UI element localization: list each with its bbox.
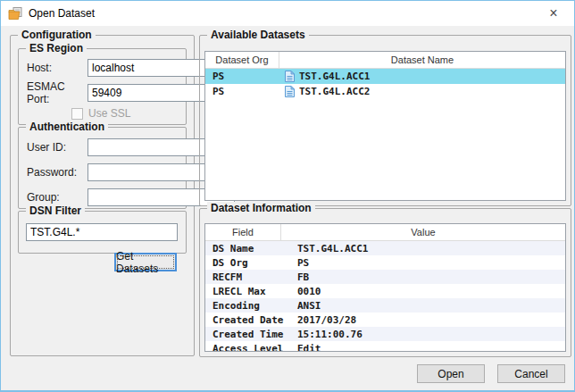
configuration-title: Configuration xyxy=(18,29,96,41)
info-row[interactable]: Created Time 15:11:00.76 xyxy=(205,327,565,341)
field-cell: LRECL Max xyxy=(205,286,281,297)
open-button[interactable]: Open xyxy=(417,364,485,383)
dataset-name-cell: TST.G4L.ACC1 xyxy=(279,71,565,82)
dsn-filter-group: DSN Filter xyxy=(18,211,187,254)
value-cell: ANSI xyxy=(281,300,565,312)
title-bar: Open Dataset × xyxy=(1,1,574,26)
field-cell: DS Org xyxy=(205,257,281,269)
configuration-group: Configuration ES Region Host: ESMAC Port… xyxy=(10,35,195,356)
group-row: Group: xyxy=(27,188,179,206)
dataset-information-group: Dataset Information Field Value DS Name … xyxy=(199,208,571,357)
field-cell: RECFM xyxy=(205,271,281,283)
use-ssl-row: Use SSL xyxy=(27,106,179,121)
available-datasets-group: Available Datasets Dataset Org Dataset N… xyxy=(199,35,571,206)
info-row[interactable]: Access Level Edit xyxy=(205,341,565,352)
datasets-table: Dataset Org Dataset Name PS TST.G4L.AC xyxy=(204,51,566,201)
column-header-field[interactable]: Field xyxy=(205,224,281,240)
user-id-row: User ID: xyxy=(27,138,179,156)
dataset-name-text: TST.G4L.ACC2 xyxy=(299,86,370,97)
file-icon xyxy=(285,71,295,82)
info-table-header: Field Value xyxy=(205,224,565,241)
value-cell: 0010 xyxy=(281,286,565,297)
cancel-button[interactable]: Cancel xyxy=(497,364,565,383)
field-cell: Created Date xyxy=(205,314,281,326)
dataset-row[interactable]: PS TST.G4L.ACC2 xyxy=(205,84,565,99)
value-cell: Edit xyxy=(281,343,565,353)
value-cell: TST.G4L.ACC1 xyxy=(281,243,565,254)
es-region-group: ES Region Host: ESMAC Port: Use SSL xyxy=(18,48,187,125)
field-cell: Created Time xyxy=(205,329,281,340)
get-datasets-button[interactable]: Get Datasets xyxy=(114,253,177,271)
column-header-dataset-org[interactable]: Dataset Org xyxy=(205,52,279,68)
value-cell: FB xyxy=(281,271,565,283)
open-dataset-dialog: Open Dataset × Configuration ES Region H… xyxy=(0,0,575,392)
host-label: Host: xyxy=(27,62,88,74)
dataset-folder-icon xyxy=(8,6,22,21)
port-row: ESMAC Port: xyxy=(27,84,179,102)
group-label: Group: xyxy=(27,191,88,204)
window-title: Open Dataset xyxy=(29,7,95,20)
value-cell: PS xyxy=(281,257,565,269)
authentication-group: Authentication User ID: Password: Group: xyxy=(18,127,187,209)
use-ssl-checkbox[interactable] xyxy=(71,108,83,120)
host-row: Host: xyxy=(27,59,179,77)
column-header-value[interactable]: Value xyxy=(281,224,565,240)
user-id-label: User ID: xyxy=(27,141,88,154)
dataset-org-cell: PS xyxy=(205,71,279,82)
password-row: Password: xyxy=(27,163,179,181)
dataset-name-text: TST.G4L.ACC1 xyxy=(299,71,370,82)
datasets-table-header: Dataset Org Dataset Name xyxy=(205,52,565,69)
info-row[interactable]: RECFM FB xyxy=(205,270,565,284)
info-row[interactable]: Created Date 2017/03/28 xyxy=(205,313,565,327)
use-ssl-label: Use SSL xyxy=(88,107,130,120)
available-datasets-title: Available Datasets xyxy=(207,29,309,41)
dsn-filter-title: DSN Filter xyxy=(26,204,85,217)
field-cell: Access Level xyxy=(205,343,281,353)
column-header-dataset-name[interactable]: Dataset Name xyxy=(279,52,565,68)
dataset-info-table: Field Value DS Name TST.G4L.ACC1 DS Org … xyxy=(204,223,566,352)
value-cell: 2017/03/28 xyxy=(281,314,565,326)
info-row[interactable]: LRECL Max 0010 xyxy=(205,284,565,298)
password-label: Password: xyxy=(27,166,88,179)
dataset-row[interactable]: PS TST.G4L.ACC1 xyxy=(205,69,565,84)
info-row[interactable]: DS Name TST.G4L.ACC1 xyxy=(205,241,565,255)
file-icon xyxy=(285,86,295,97)
dataset-name-cell: TST.G4L.ACC2 xyxy=(279,86,565,97)
authentication-title: Authentication xyxy=(26,121,108,133)
dialog-body: Configuration ES Region Host: ESMAC Port… xyxy=(1,26,574,390)
value-cell: 15:11:00.76 xyxy=(281,329,565,340)
close-icon[interactable]: × xyxy=(533,1,574,26)
field-cell: Encoding xyxy=(205,300,281,312)
info-row[interactable]: Encoding ANSI xyxy=(205,298,565,313)
es-region-title: ES Region xyxy=(26,42,87,54)
dataset-information-title: Dataset Information xyxy=(207,202,315,214)
field-cell: DS Name xyxy=(205,243,281,254)
esmac-port-label: ESMAC Port: xyxy=(27,80,88,105)
dsn-filter-input[interactable] xyxy=(26,223,178,241)
info-row[interactable]: DS Org PS xyxy=(205,255,565,270)
dataset-org-cell: PS xyxy=(205,86,279,97)
